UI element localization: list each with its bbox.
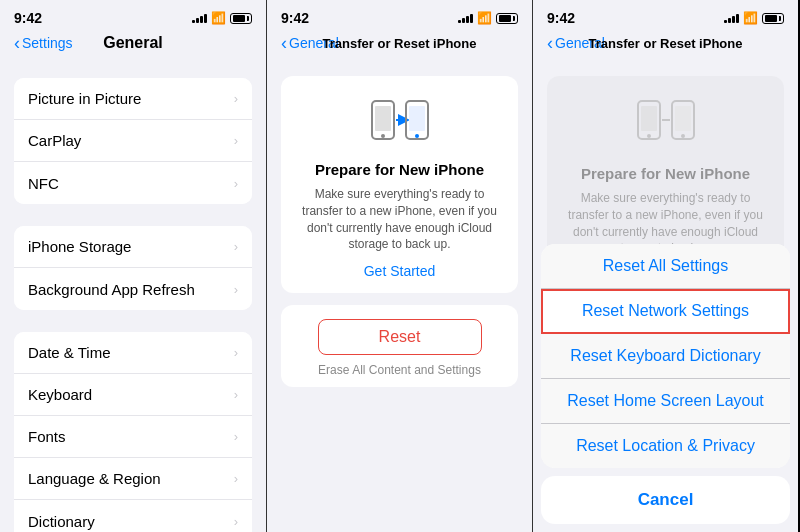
signal-icon: [192, 13, 207, 23]
settings-group-1: Picture in Picture › CarPlay › NFC ›: [14, 78, 252, 204]
svg-rect-7: [641, 106, 657, 131]
page-title-2: Transfer or Reset iPhone: [323, 36, 477, 51]
svg-point-5: [415, 134, 419, 138]
chevron-icon: ›: [234, 471, 238, 486]
svg-rect-1: [375, 106, 391, 131]
cancel-button[interactable]: Cancel: [541, 476, 790, 524]
chevron-icon: ›: [234, 91, 238, 106]
battery-icon: [230, 13, 252, 24]
back-arrow-icon-2: ‹: [281, 34, 287, 52]
settings-group-3: Date & Time › Keyboard › Fonts › Languag…: [14, 332, 252, 532]
status-icons-1: 📶: [192, 11, 252, 25]
page-title-3: Transfer or Reset iPhone: [589, 36, 743, 51]
settings-item-iphone-storage[interactable]: iPhone Storage ›: [14, 226, 252, 268]
svg-point-2: [381, 134, 385, 138]
status-bar-3: 9:42 📶: [533, 0, 798, 32]
get-started-link[interactable]: Get Started: [364, 263, 436, 279]
status-icons-2: 📶: [458, 11, 518, 25]
action-sheet: Reset All Settings Reset Network Setting…: [533, 244, 798, 532]
status-bar-1: 9:42 📶: [0, 0, 266, 32]
chevron-icon: ›: [234, 133, 238, 148]
svg-rect-4: [409, 106, 425, 131]
prepare-title: Prepare for New iPhone: [315, 161, 484, 178]
erase-label: Erase All Content and Settings: [318, 363, 481, 377]
panel-transfer: 9:42 📶 ‹ General Transfer or Reset iPhon…: [266, 0, 532, 532]
svg-rect-10: [675, 106, 691, 131]
back-button-1[interactable]: ‹ Settings: [14, 34, 73, 52]
chevron-icon: ›: [234, 239, 238, 254]
chevron-icon: ›: [234, 514, 238, 529]
status-icons-3: 📶: [724, 11, 784, 25]
settings-item-keyboard[interactable]: Keyboard ›: [14, 374, 252, 416]
action-sheet-group: Reset All Settings Reset Network Setting…: [541, 244, 790, 468]
wifi-icon: 📶: [211, 11, 226, 25]
svg-point-11: [681, 134, 685, 138]
panel-reset-sheet: 9:42 📶 ‹ General Transfer or Reset iPhon…: [532, 0, 798, 532]
settings-list: Picture in Picture › CarPlay › NFC › iPh…: [0, 60, 266, 532]
chevron-icon: ›: [234, 176, 238, 191]
settings-item-date-time[interactable]: Date & Time ›: [14, 332, 252, 374]
chevron-icon: ›: [234, 387, 238, 402]
prepare-desc: Make sure everything's ready to transfer…: [297, 186, 502, 253]
svg-point-8: [647, 134, 651, 138]
back-arrow-icon-1: ‹: [14, 34, 20, 52]
settings-item-carplay[interactable]: CarPlay ›: [14, 120, 252, 162]
wifi-icon-2: 📶: [477, 11, 492, 25]
back-arrow-icon-3: ‹: [547, 34, 553, 52]
settings-item-background-refresh[interactable]: Background App Refresh ›: [14, 268, 252, 310]
page-title-1: General: [103, 34, 163, 52]
battery-icon-2: [496, 13, 518, 24]
time-1: 9:42: [14, 10, 42, 26]
settings-item-dictionary[interactable]: Dictionary ›: [14, 500, 252, 532]
action-reset-homescreen[interactable]: Reset Home Screen Layout: [541, 379, 790, 424]
action-reset-location[interactable]: Reset Location & Privacy: [541, 424, 790, 468]
back-label-1: Settings: [22, 35, 73, 51]
chevron-icon: ›: [234, 282, 238, 297]
signal-icon-3: [724, 13, 739, 23]
phone-icons: [370, 96, 430, 151]
settings-item-language[interactable]: Language & Region ›: [14, 458, 252, 500]
time-2: 9:42: [281, 10, 309, 26]
nav-header-1: ‹ Settings General: [0, 32, 266, 60]
settings-item-fonts[interactable]: Fonts ›: [14, 416, 252, 458]
reset-button[interactable]: Reset: [318, 319, 482, 355]
nav-header-2: ‹ General Transfer or Reset iPhone: [267, 32, 532, 60]
nav-header-3: ‹ General Transfer or Reset iPhone: [533, 32, 798, 60]
panel3-content: Prepare for New iPhone Make sure everyth…: [533, 60, 798, 532]
battery-icon-3: [762, 13, 784, 24]
settings-item-picture[interactable]: Picture in Picture ›: [14, 78, 252, 120]
panel-general: 9:42 📶 ‹ Settings General: [0, 0, 266, 532]
phones-svg-dim: [636, 96, 696, 151]
chevron-icon: ›: [234, 429, 238, 444]
action-reset-network[interactable]: Reset Network Settings: [541, 289, 790, 334]
prepare-card: Prepare for New iPhone Make sure everyth…: [281, 76, 518, 293]
settings-item-nfc[interactable]: NFC ›: [14, 162, 252, 204]
phones-svg: [370, 96, 430, 151]
status-bar-2: 9:42 📶: [267, 0, 532, 32]
settings-group-2: iPhone Storage › Background App Refresh …: [14, 226, 252, 310]
reset-card: Reset Erase All Content and Settings: [281, 305, 518, 387]
transfer-content: Prepare for New iPhone Make sure everyth…: [267, 60, 532, 532]
action-reset-keyboard[interactable]: Reset Keyboard Dictionary: [541, 334, 790, 379]
chevron-icon: ›: [234, 345, 238, 360]
action-reset-all[interactable]: Reset All Settings: [541, 244, 790, 289]
prepare-title-dim: Prepare for New iPhone: [581, 165, 750, 182]
signal-icon-2: [458, 13, 473, 23]
time-3: 9:42: [547, 10, 575, 26]
wifi-icon-3: 📶: [743, 11, 758, 25]
